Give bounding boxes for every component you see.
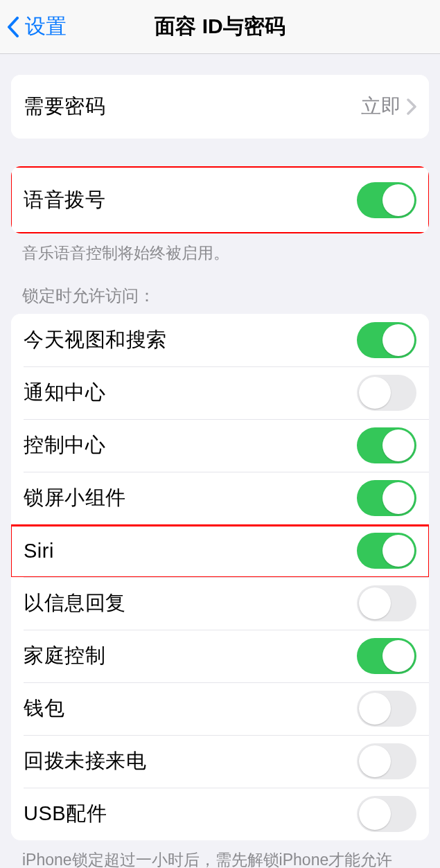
row-control-center[interactable]: 控制中心: [11, 419, 429, 472]
row-return-missed-calls[interactable]: 回拨未接来电: [11, 735, 429, 788]
toggle-home-control[interactable]: [357, 638, 416, 674]
row-value: 立即: [361, 93, 416, 121]
row-label: 需要密码: [24, 93, 105, 121]
row-label: 锁屏小组件: [24, 484, 126, 512]
row-label: 语音拨号: [24, 186, 105, 214]
row-usb-accessories[interactable]: USB配件: [11, 788, 429, 840]
toggle-voice-dial[interactable]: [357, 182, 416, 218]
toggle-lock-screen-widgets[interactable]: [357, 480, 416, 516]
toggle-notification-center[interactable]: [357, 375, 416, 411]
toggle-siri[interactable]: [357, 533, 416, 569]
row-reply-with-message[interactable]: 以信息回复: [11, 577, 429, 630]
row-label: 通知中心: [24, 379, 105, 407]
row-label: 以信息回复: [24, 590, 126, 617]
toggle-control-center[interactable]: [357, 427, 416, 463]
row-label: 控制中心: [24, 432, 105, 459]
navbar: 设置 面容 ID与密码: [0, 0, 440, 54]
allow-access-footer: iPhone锁定超过一小时后，需先解锁iPhone才能允许USB配件连接。: [0, 840, 440, 868]
toggle-wallet[interactable]: [357, 691, 416, 727]
row-notification-center[interactable]: 通知中心: [11, 366, 429, 419]
row-today-view[interactable]: 今天视图和搜索: [11, 314, 429, 366]
group-require-passcode: 需要密码 立即: [11, 75, 429, 139]
toggle-reply-with-message[interactable]: [357, 585, 416, 621]
row-lock-screen-widgets[interactable]: 锁屏小组件: [11, 472, 429, 524]
group-allow-access: 今天视图和搜索 通知中心 控制中心 锁屏小组件 Siri 以信息回复 家庭控制 …: [11, 314, 429, 840]
allow-access-header: 锁定时允许访问：: [0, 285, 440, 314]
row-require-passcode[interactable]: 需要密码 立即: [11, 75, 429, 139]
row-label: Siri: [24, 540, 54, 563]
chevron-left-icon: [7, 17, 19, 37]
back-button[interactable]: 设置: [0, 12, 67, 41]
voice-dial-footer: 音乐语音控制将始终被启用。: [0, 233, 440, 264]
toggle-return-missed-calls[interactable]: [357, 743, 416, 779]
row-wallet[interactable]: 钱包: [11, 682, 429, 735]
row-home-control[interactable]: 家庭控制: [11, 630, 429, 682]
row-label: USB配件: [24, 800, 107, 828]
row-label: 回拨未接来电: [24, 747, 146, 775]
row-siri[interactable]: Siri: [11, 524, 429, 577]
toggle-usb-accessories[interactable]: [357, 796, 416, 832]
row-label: 家庭控制: [24, 642, 105, 670]
row-label: 钱包: [24, 695, 64, 723]
toggle-today-view[interactable]: [357, 322, 416, 358]
row-voice-dial[interactable]: 语音拨号: [11, 166, 429, 233]
chevron-right-icon: [407, 98, 416, 115]
group-voice-dial: 语音拨号: [11, 166, 429, 233]
row-label: 今天视图和搜索: [24, 326, 167, 354]
back-label: 设置: [25, 12, 67, 41]
